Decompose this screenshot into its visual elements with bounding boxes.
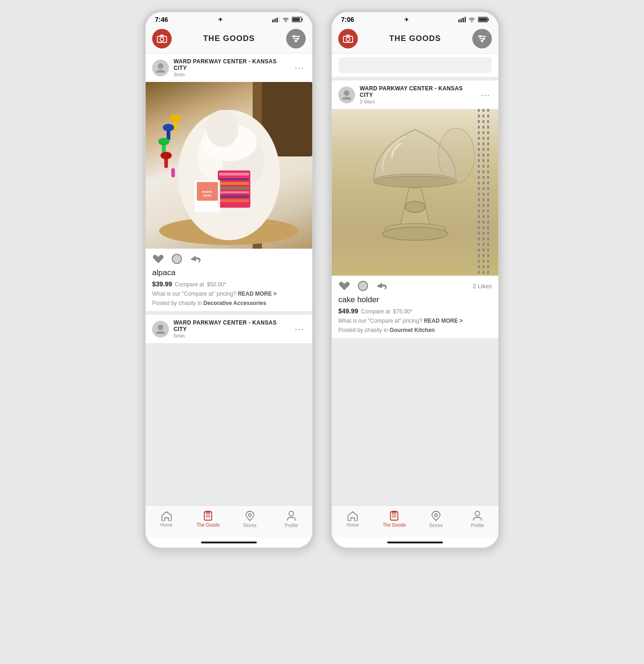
- more-button-3[interactable]: ···: [479, 89, 492, 100]
- svg-point-69: [483, 38, 485, 40]
- nav-profile-1[interactable]: Profile: [271, 508, 313, 530]
- svg-point-48: [158, 325, 163, 330]
- nav-profile-2[interactable]: Profile: [457, 508, 499, 530]
- svg-rect-3: [279, 17, 280, 22]
- svg-point-16: [158, 63, 163, 69]
- camera-button-1[interactable]: [152, 29, 172, 48]
- svg-rect-33: [171, 168, 175, 177]
- nav-home-2[interactable]: Home: [332, 508, 374, 530]
- status-time-1: 7:46: [155, 16, 168, 23]
- search-bar[interactable]: [338, 57, 492, 73]
- home-icon-1: [161, 511, 172, 521]
- status-bar-2: 7:06 ✈: [332, 12, 498, 25]
- post-header-2: WARD PARKWAY CENTER - KANSAS CITY 5min ·…: [146, 315, 312, 343]
- stores-icon-2: [431, 510, 441, 522]
- store-name-2: WARD PARKWAY CENTER - KANSAS CITY: [174, 319, 288, 332]
- share-button-1[interactable]: [189, 254, 201, 264]
- store-avatar-icon-2: [154, 323, 167, 336]
- filter-button-1[interactable]: [286, 29, 306, 48]
- svg-rect-0: [272, 20, 274, 22]
- battery-icon-1: [292, 17, 303, 22]
- store-avatar-1: [152, 60, 169, 76]
- phone-frame-1: 7:46 ✈: [143, 9, 315, 550]
- posted-category-3: Gourmet Kitchen: [389, 327, 435, 333]
- status-time-2: 7:06: [341, 16, 354, 23]
- filter-button-2[interactable]: [472, 29, 492, 48]
- like-button-3[interactable]: [338, 280, 350, 291]
- nav-profile-label-1: Profile: [285, 523, 298, 528]
- share-button-3[interactable]: [376, 281, 388, 291]
- comment-icon-1: [171, 253, 183, 264]
- comment-button-3[interactable]: [357, 280, 369, 291]
- post-header-3: WARD PARKWAY CENTER - KANSAS CITY 2 days…: [332, 81, 498, 109]
- more-button-1[interactable]: ···: [293, 62, 306, 73]
- profile-icon-1: [286, 510, 296, 522]
- compare-price-3: $75.00*: [393, 308, 412, 315]
- read-more-link-3[interactable]: READ MORE >: [424, 318, 463, 324]
- heart-icon-1: [152, 253, 164, 264]
- profile-icon-2: [472, 510, 483, 522]
- app-header-2: THE GOODS: [332, 25, 498, 54]
- nav-stores-2[interactable]: Stores: [415, 508, 457, 530]
- like-button-1[interactable]: [152, 253, 164, 264]
- posted-by-line-3: Posted by chasity in Gourmet Kitchen: [332, 326, 498, 338]
- store-avatar-icon-3: [340, 88, 353, 102]
- svg-point-15: [295, 40, 297, 42]
- svg-point-74: [374, 176, 456, 187]
- read-more-link-1[interactable]: READ MORE >: [238, 291, 277, 297]
- camera-button-2[interactable]: [338, 29, 358, 48]
- share-icon-1: [189, 254, 201, 264]
- app-header-1: THE GOODS: [146, 25, 312, 54]
- svg-point-32: [161, 152, 172, 159]
- feed-scroll-2[interactable]: WARD PARKWAY CENTER - KANSAS CITY 2 days…: [332, 54, 498, 505]
- heart-icon-3: [338, 280, 350, 291]
- nav-stores-1[interactable]: Stores: [229, 508, 271, 530]
- nav-home-1[interactable]: Home: [146, 508, 188, 530]
- post-time-1: 3min: [174, 72, 288, 77]
- read-more-line-1: What is our "Compare at" pricing? READ M…: [146, 290, 312, 299]
- svg-point-68: [479, 35, 481, 38]
- svg-point-53: [248, 514, 251, 516]
- more-button-2[interactable]: ···: [293, 324, 306, 334]
- nav-goods-2[interactable]: The Goods: [374, 508, 416, 530]
- svg-rect-55: [458, 20, 460, 22]
- nav-goods-1[interactable]: The Goods: [188, 508, 229, 530]
- alpaca-illustration: MODERN ADOBE: [146, 82, 312, 249]
- svg-rect-61: [488, 19, 489, 21]
- svg-point-24: [206, 110, 239, 147]
- svg-point-84: [435, 514, 437, 516]
- home-bar-1: [201, 542, 257, 543]
- post-header-info-2: WARD PARKWAY CENTER - KANSAS CITY 5min: [174, 319, 288, 339]
- svg-point-14: [296, 38, 299, 40]
- camera-icon-2: [343, 34, 353, 43]
- product-name-1: alpaca: [146, 267, 312, 279]
- svg-rect-41: [219, 199, 249, 202]
- signal-icon-2: [458, 17, 466, 22]
- svg-point-4: [285, 21, 286, 22]
- comment-icon-3: [357, 280, 369, 291]
- svg-rect-58: [465, 17, 466, 22]
- phone-frame-2: 7:06 ✈: [329, 9, 501, 550]
- svg-rect-1: [275, 19, 276, 22]
- product-price-line-3: $49.99 Compare at $75.00*: [332, 306, 498, 317]
- svg-point-71: [344, 90, 349, 96]
- store-avatar-icon-1: [154, 61, 167, 75]
- nav-goods-label-2: The Goods: [383, 522, 406, 528]
- svg-point-28: [163, 124, 174, 131]
- svg-point-85: [475, 511, 480, 516]
- comment-button-1[interactable]: [171, 253, 183, 264]
- app-title-2: THE GOODS: [389, 34, 441, 43]
- svg-text:ADOBE: ADOBE: [203, 194, 212, 197]
- nav-stores-label-1: Stores: [243, 523, 256, 528]
- nav-home-label-2: Home: [346, 522, 359, 528]
- signal-icon-1: [272, 17, 280, 22]
- nav-stores-label-2: Stores: [429, 523, 443, 528]
- post-image-alpaca: MODERN ADOBE: [146, 82, 312, 249]
- feed-scroll-1[interactable]: WARD PARKWAY CENTER - KANSAS CITY 3min ·…: [146, 54, 312, 505]
- svg-point-54: [289, 511, 294, 516]
- status-icons-2: [458, 17, 489, 22]
- bottom-nav-2: Home The Goods Stores: [332, 505, 498, 537]
- stores-icon-1: [245, 510, 255, 522]
- wifi-icon-1: [282, 17, 289, 22]
- nav-home-label-1: Home: [160, 522, 173, 528]
